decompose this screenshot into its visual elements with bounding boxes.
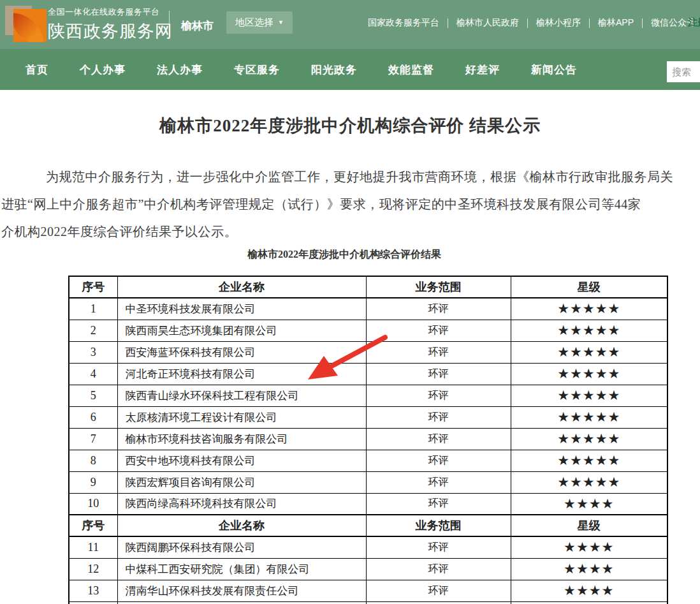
nav-item[interactable]: 阳光政务 [311,63,357,77]
top-link-separator [527,18,528,28]
nav-item[interactable]: 新闻公告 [531,63,577,77]
row-number-cell: 4 [69,363,117,385]
table-row: 7榆林市环境科技咨询服务有限公司环评★★★★★ [69,428,667,450]
star-rating-cell: ★★★★ [511,493,667,515]
row-number-cell: 7 [69,428,117,450]
chevron-down-icon: ▼ [278,20,284,26]
empty-cell [69,601,117,604]
company-name-cell: 陕西宏辉项目咨询有限公司 [117,471,366,493]
company-name-cell: 中圣环境科技发展有限公司 [117,298,366,320]
business-scope-cell: 环评 [366,493,511,515]
evaluation-table: 序号企业名称业务范围星级1中圣环境科技发展有限公司环评★★★★★2陕西雨昊生态环… [68,276,668,604]
header-divider [169,11,170,39]
top-link[interactable]: 国家政务服务平台 [368,17,439,29]
row-number-cell: 3 [69,341,117,363]
company-name-cell: 陕西阔鹏环保科技有限公司 [117,536,366,558]
nav-item[interactable]: 法人办事 [157,63,203,77]
star-rating-cell: ★★★★★ [511,450,667,471]
table-row: 5陕西青山绿水环保科技工程有限公司环评★★★★★ [69,385,667,406]
row-number-cell: 2 [69,320,117,341]
paragraph-line: 介机构2022年度综合评价结果予以公示。 [1,223,237,240]
column-header: 企业名称 [117,515,366,536]
column-header: 星级 [511,515,667,536]
row-number-cell: 10 [69,493,117,515]
top-link[interactable]: 榆林APP [598,17,634,29]
region-selector-label: 地区选择 [235,17,273,29]
nav-item[interactable]: 个人办事 [80,63,126,77]
table-header-row: 序号企业名称业务范围星级 [69,276,667,298]
site-logo[interactable] [5,4,47,46]
nav-item[interactable]: 效能监督 [388,63,434,77]
column-header: 序号 [69,276,117,298]
current-city-label: 榆林市 [181,18,214,33]
business-scope-cell: 环评 [366,558,511,580]
evaluation-table-body: 序号企业名称业务范围星级1中圣环境科技发展有限公司环评★★★★★2陕西雨昊生态环… [69,276,667,604]
paragraph-line: 进驻“网上中介服务超市”中介机构考评管理规定（试行）》要求，现将评定的中圣环境科… [1,196,641,213]
star-rating-cell: ★★★★★ [511,428,667,450]
company-name-cell: 西安海蓝环保科技有限公司 [117,341,366,363]
table-row: 9陕西宏辉项目咨询有限公司环评★★★★★ [69,471,667,493]
logo-leaf-icon [13,13,44,42]
table-header-row: 序号企业名称业务范围星级 [69,515,667,536]
row-number-cell: 11 [69,536,117,558]
platform-subtitle: 全国一体化在线政务服务平台 [48,6,173,18]
region-selector-button[interactable]: 地区选择 ▼ [226,11,293,34]
nav-item[interactable]: 好差评 [465,63,500,77]
company-name-cell: 太原核清环境工程设计有限公司 [117,406,366,428]
table-caption: 榆林市2022年度涉批中介机构综合评价结果 [0,248,689,261]
company-name-cell: 西安中地环境科技有限公司 [117,450,366,471]
business-scope-cell: 环评 [366,341,511,363]
register-link[interactable]: 注册 [688,17,700,29]
nav-items: 首页个人办事法人办事专区服务阳光政务效能监督好差评新闻公告 [26,49,577,90]
star-rating-cell: ★★★★★ [511,385,667,406]
company-name-cell: 陕西青山绿水环保科技工程有限公司 [117,385,366,406]
page: 全国一体化在线政务服务平台 陕西政务服务网 榆林市 地区选择 ▼ 国家政务服务平… [0,0,700,604]
table-row: 10陕西尚绿高科环境科技有限公司环评★★★★ [69,493,667,515]
star-rating-cell: ★★★★★ [511,298,667,320]
star-rating-cell: ★★★★ [511,558,667,580]
table-row: 13渭南华山环保科技发展有限责任公司环评★★★★ [69,580,667,601]
row-number-cell: 13 [69,580,117,601]
column-header: 序号 [69,515,117,536]
row-number-cell: 1 [69,298,117,320]
row-number-cell: 12 [69,558,117,580]
top-link[interactable]: 榆林小程序 [536,17,581,29]
star-rating-cell: ★★★★ [511,536,667,558]
table-row: 12中煤科工西安研究院（集团）有限公司环评★★★★ [69,558,667,580]
business-scope-cell: 环评 [366,450,511,471]
search-input[interactable] [667,61,700,82]
top-links: 国家政务服务平台榆林市人民政府榆林小程序榆林APP微信公众号 [368,17,696,29]
column-header: 星级 [511,276,667,298]
site-name: 陕西政务服务网 [48,20,173,43]
page-title: 榆林市2022年度涉批中介机构综合评价 结果公示 [0,114,700,137]
business-scope-cell: 环评 [366,385,511,406]
nav-item[interactable]: 专区服务 [234,63,280,77]
business-scope-cell: 环评 [366,320,511,341]
row-number-cell: 8 [69,450,117,471]
business-scope-cell: 环评 [366,471,511,493]
table-row: 1中圣环境科技发展有限公司环评★★★★★ [69,298,667,320]
business-scope-cell: 环评 [366,363,511,385]
nav-item[interactable]: 首页 [26,63,48,77]
table-row: 8西安中地环境科技有限公司环评★★★★★ [69,450,667,471]
business-scope-cell: 环评 [366,406,511,428]
column-header: 业务范围 [366,276,511,298]
business-scope-cell: 环评 [366,536,511,558]
column-header: 业务范围 [366,515,511,536]
row-number-cell: 6 [69,406,117,428]
company-name-cell: 中煤科工西安研究院（集团）有限公司 [117,558,366,580]
star-rating-cell: ★★★★★ [511,406,667,428]
table-row: 11陕西阔鹏环保科技有限公司环评★★★★ [69,536,667,558]
empty-cell [117,601,366,604]
star-rating-cell: ★★★★★ [511,363,667,385]
top-link[interactable]: 榆林市人民政府 [456,17,519,29]
company-name-cell: 陕西尚绿高科环境科技有限公司 [117,493,366,515]
business-scope-cell: 环评 [366,298,511,320]
business-scope-cell: 环评 [366,580,511,601]
star-rating-cell: ★★★★★ [511,320,667,341]
main-nav: 首页个人办事法人办事专区服务阳光政务效能监督好差评新闻公告 [0,49,700,90]
column-header: 企业名称 [117,276,366,298]
row-number-cell: 9 [69,471,117,493]
business-scope-cell: 环评 [366,428,511,450]
empty-cell [511,601,667,604]
